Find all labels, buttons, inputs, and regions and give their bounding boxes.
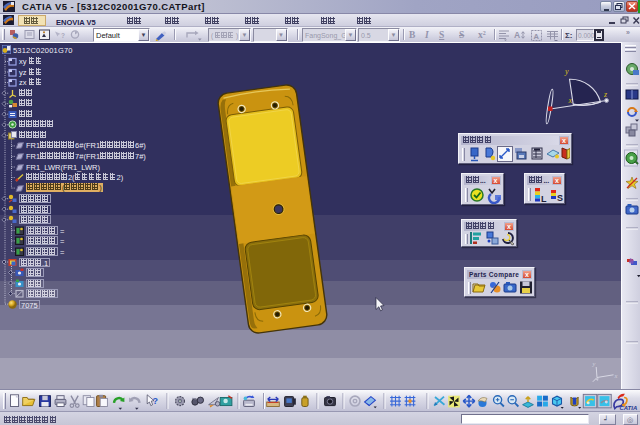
svg-text:y: y xyxy=(592,360,596,367)
svg-text:A: A xyxy=(534,32,540,41)
svg-text:y: y xyxy=(564,67,569,76)
svg-text:z: z xyxy=(603,90,608,99)
svg-text:S: S xyxy=(557,193,563,203)
svg-text:L: L xyxy=(541,194,547,204)
svg-text:x: x xyxy=(568,96,573,105)
svg-text:?: ? xyxy=(153,396,159,406)
svg-text:A: A xyxy=(514,30,520,40)
svg-text:?: ? xyxy=(61,32,65,39)
svg-text:x: x xyxy=(614,372,618,379)
